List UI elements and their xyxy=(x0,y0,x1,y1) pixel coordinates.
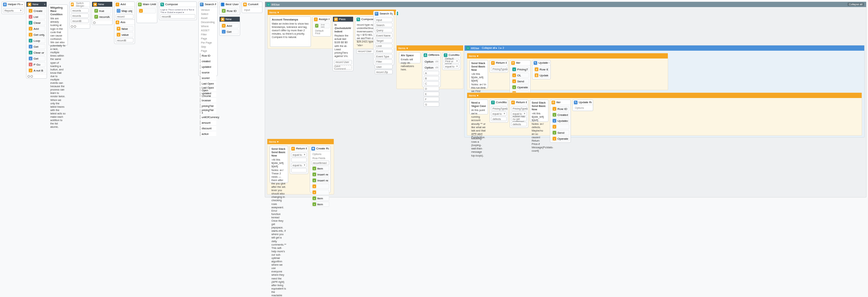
log-field[interactable]: Search xyxy=(375,23,393,27)
row-false[interactable]: ✕false xyxy=(116,26,133,31)
log-field[interactable]: Filter xyxy=(375,59,393,64)
list-item[interactable]: pricingTier x xyxy=(200,109,216,114)
list-item[interactable]: •item xyxy=(311,196,329,201)
log-field[interactable]: Query xyxy=(375,28,393,32)
list-item[interactable]: •Add xyxy=(28,26,45,31)
list-item[interactable]: updated xyxy=(200,64,216,69)
diff-row[interactable]: Optional-23 xyxy=(424,65,439,70)
main-until-node[interactable]: ⟳Main Until • xyxy=(136,1,157,23)
log-field[interactable]: Limit xyxy=(375,44,393,48)
list-item[interactable]: •Create xyxy=(28,8,45,13)
search-system-logs-node[interactable]: 🔍Search System Logs InputSearchQueryEven… xyxy=(373,11,394,65)
diff-row[interactable]: Optional-23 xyxy=(424,59,439,64)
group-header[interactable]: Items ▾ xyxy=(469,54,478,58)
row-get[interactable]: ↓Get xyxy=(221,29,239,34)
list-item[interactable]: •A not B xyxy=(28,68,45,73)
port[interactable] xyxy=(71,25,73,28)
row-value[interactable]: vvalue xyxy=(116,32,133,37)
list-item[interactable]: •P Go xyxy=(28,62,45,67)
list-item[interactable]: •Get xyxy=(28,56,45,61)
pass-switch-node[interactable]: ⇄PassSwitch Merger records records recor… xyxy=(69,1,90,29)
update-row-node-1[interactable]: ✎Update Row #Row ID $Updated Currency xyxy=(532,60,551,79)
cond-field[interactable]: equal to xyxy=(491,111,507,116)
list-item[interactable]: •Get only the text xyxy=(28,32,45,37)
list-item[interactable]: •Row ID xyxy=(551,106,569,111)
ret-field[interactable] xyxy=(291,158,307,162)
pass-indent-node[interactable]: ⇄Pass In @scheduleHr IndentReplace the a… xyxy=(333,16,353,71)
cond-field[interactable]: defects xyxy=(491,117,507,121)
record-field[interactable]: record xyxy=(116,14,133,19)
search-rows-node[interactable]: 🔍Search Rows VersionSelectAssetDescendin… xyxy=(198,1,218,76)
list-item[interactable]: source xyxy=(200,70,216,75)
collapse-all-btn[interactable]: Collapse all xyxy=(847,3,864,6)
new-node-a[interactable]: ■New▾ •Create•List•Clear•Add•Get only th… xyxy=(26,1,47,79)
helper-select[interactable]: Reports xyxy=(3,8,23,13)
list-item[interactable]: •Insert real B xyxy=(311,178,329,183)
list-item[interactable]: •Send xyxy=(551,130,569,135)
list-item[interactable]: •Clear xyxy=(28,20,45,25)
list-item[interactable]: •Clear or drag for a flower xyxy=(28,50,45,55)
list-item[interactable]: •item xyxy=(311,166,329,171)
list-item[interactable]: •Operate xyxy=(511,85,529,90)
list-item[interactable]: browser xyxy=(200,98,216,102)
list-item[interactable]: unitOfCurrency xyxy=(200,115,216,119)
list-item[interactable]: updated Chrome xyxy=(200,92,216,97)
condition-2-node[interactable]: ?Condition 2 Default: First or equal equ… xyxy=(442,52,461,70)
compose-node[interactable]: ✎Compose Login ▸ The ▸ content ▸ br ▸ Te… xyxy=(159,1,197,20)
port-out[interactable] xyxy=(28,75,30,78)
list-item[interactable]: Last Open Open xyxy=(200,87,216,91)
list-item[interactable]: • xyxy=(311,184,329,189)
map-object-row[interactable]: ▢Map object xyxy=(116,8,133,13)
cond-field[interactable]: Default: First or equal xyxy=(444,59,459,63)
group-header[interactable]: Items ▾ xyxy=(469,94,478,97)
rowid-row[interactable]: #Row ID xyxy=(534,67,549,72)
return-error-a-node[interactable]: ↩Return Error If PricingTypes xyxy=(490,60,508,73)
list-item[interactable]: •Insert real B xyxy=(311,172,329,177)
list-item[interactable]: pricingTier xyxy=(200,104,216,108)
list-item[interactable]: •OL xyxy=(511,73,529,78)
ass-node[interactable]: AAss ✕false vvalue recordB xyxy=(114,19,135,44)
list-item[interactable]: Last Open xyxy=(200,81,216,86)
group-header[interactable]: Items ▾ xyxy=(269,11,279,14)
create-row-node[interactable]: ✚Create Row Options Row Fields reconfirm… xyxy=(310,146,331,193)
log-field[interactable]: User xyxy=(375,64,393,69)
list-item[interactable]: created xyxy=(200,59,216,63)
iter-node-2[interactable]: ⟳Iter •Row ID•Created Id•Updated Id••Sen… xyxy=(550,99,571,143)
add-node[interactable]: +Add ▢Map object record xyxy=(114,1,135,20)
group-header[interactable]: Items ▾ xyxy=(398,47,408,50)
list-item[interactable]: •PricingTypes xyxy=(511,67,529,72)
list-item[interactable]: Row ID xyxy=(200,53,216,58)
save-comment-btn[interactable]: Save Comment xyxy=(334,65,352,70)
log-field[interactable]: Input xyxy=(375,18,393,22)
log-field[interactable]: Event xyxy=(375,49,393,53)
list-item[interactable]: •Created Id xyxy=(551,112,569,117)
log-field[interactable]: Event Name xyxy=(375,33,393,38)
diff-field[interactable]: A xyxy=(424,71,439,75)
record-user-field[interactable]: record User xyxy=(334,60,352,64)
list-item[interactable]: • xyxy=(311,190,329,195)
list-item[interactable]: •Loop xyxy=(28,38,45,43)
caret-icon[interactable]: ▾ xyxy=(44,3,45,6)
cond-field[interactable]: equal to xyxy=(444,64,459,69)
return-error-b-node[interactable]: ↩Return Error If PricingTypes equal to A… xyxy=(510,99,528,128)
row-add[interactable]: +Add xyxy=(221,23,239,28)
port[interactable] xyxy=(93,22,95,24)
list-item[interactable]: •item xyxy=(311,202,329,207)
empty-row[interactable]: • xyxy=(138,8,156,13)
list-item[interactable]: •Send xyxy=(511,79,529,84)
reconfirmed-field[interactable]: reconfirmed xyxy=(311,161,329,165)
field[interactable]: recordB xyxy=(71,19,89,23)
recordB-field[interactable]: recordB xyxy=(116,38,133,42)
field[interactable]: records xyxy=(71,8,89,13)
ret-field[interactable] xyxy=(291,168,307,173)
caret-icon[interactable]: ▸ xyxy=(22,3,23,6)
difference-node[interactable]: ΔDifference Optional-23Optional-23ABCDEF… xyxy=(422,52,441,87)
group-header[interactable]: Items ▾ xyxy=(269,140,279,143)
diff-field[interactable]: B xyxy=(424,76,439,80)
currency-row[interactable]: $Updated Currency xyxy=(534,73,549,78)
log-field[interactable]: Target xyxy=(375,38,393,43)
list-item[interactable]: scored xyxy=(200,76,216,80)
condition-node[interactable]: ?Condition PricingTypes equal to defects xyxy=(490,99,508,123)
ret-field[interactable]: defects xyxy=(511,122,527,126)
diff-field[interactable]: F xyxy=(424,97,439,101)
